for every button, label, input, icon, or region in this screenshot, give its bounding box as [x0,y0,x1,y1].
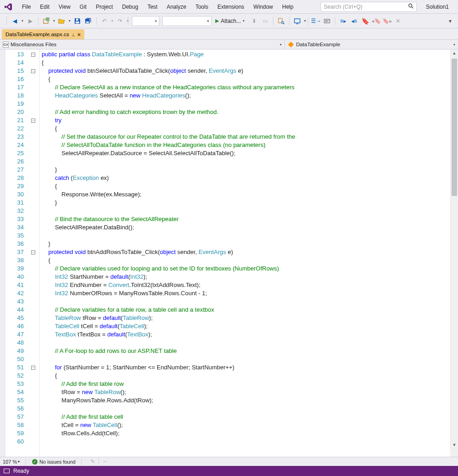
solution-name[interactable]: Solution1 [420,1,454,13]
code-line[interactable]: TableCell tCell = default(TableCell); [42,322,450,330]
menu-window[interactable]: Window [249,1,278,13]
menu-tools[interactable]: Tools [191,1,213,13]
scroll-down-icon[interactable]: ▼ [451,441,458,449]
undo-button[interactable]: ↶▾ [99,16,109,26]
code-line[interactable] [42,355,450,363]
code-line[interactable]: Int32 EndNumber = Convert.ToInt32(txtAdd… [42,281,450,289]
tool-icon[interactable]: ↔ [103,459,108,465]
scroll-up-icon[interactable]: ▲ [451,49,458,57]
code-line[interactable]: { [42,59,450,67]
menu-git[interactable]: Git [75,1,91,13]
code-line[interactable]: Int32 StartNumber = default(Int32); [42,273,450,281]
document-tab-active[interactable]: DataTableExample.aspx.cs ⟂ × [2,29,84,39]
code-line[interactable]: Int32 NumberOfRows = ManyRowsTable.Rows.… [42,289,450,298]
fold-toggle[interactable]: − [31,366,35,370]
code-area[interactable]: public partial class DataTableExample : … [39,49,450,457]
code-line[interactable]: { [42,124,450,133]
save-button[interactable] [72,16,82,26]
menu-project[interactable]: Project [91,1,117,13]
nav-forward-button[interactable]: ▶ [25,16,35,26]
code-line[interactable]: try [42,116,450,124]
code-line[interactable] [42,339,450,347]
menu-debug[interactable]: Debug [118,1,143,13]
split-box[interactable] [450,449,458,457]
code-line[interactable]: SelectAllRepeater.DataBind(); [42,223,450,232]
code-line[interactable]: public partial class DataTableExample : … [42,50,450,59]
nav-class-dropdown[interactable]: 🔶 DataTableExample ▾ [285,40,458,49]
scroll-thumb[interactable] [452,59,457,196]
fold-toggle[interactable]: − [31,53,35,57]
code-line[interactable]: // SelectAllToDataTable function in the … [42,141,450,149]
save-all-button[interactable] [83,16,93,26]
code-line[interactable]: // Add error handling to catch exception… [42,108,450,116]
code-line[interactable]: HeadCategories SelectAll = new HeadCateg… [42,92,450,100]
code-line[interactable]: ManyRowsTable.Rows.Add(tRow); [42,396,450,405]
output-icon[interactable] [4,469,10,473]
clear-bookmarks-button[interactable]: ✕ [393,16,403,26]
redo-button[interactable]: ↷▾ [115,16,125,26]
code-line[interactable] [42,207,450,215]
nav-backward-button[interactable]: ◀▾ [10,16,20,26]
find-in-files-button[interactable] [276,16,286,26]
code-line[interactable] [42,405,450,413]
toolbar-options-button[interactable]: ▾ [445,16,455,26]
code-line[interactable]: tCell = new TableCell(); [42,421,450,429]
solution-config-combo[interactable]: ▾ [132,16,159,26]
comment-out-button[interactable]: ≡▸ [338,16,348,26]
code-line[interactable]: TextBox tTextBox = default(TextBox); [42,330,450,339]
code-line[interactable]: Response.Write(ex.Message); [42,190,450,199]
fold-strip[interactable]: −−−−− [30,49,39,457]
code-line[interactable]: { [42,256,450,265]
code-line[interactable]: // Declare variables for a table row, a … [42,306,450,314]
code-line[interactable]: { [42,372,450,380]
code-line[interactable] [42,100,450,108]
pin-icon[interactable]: ⟂ [72,32,75,37]
menu-extensions[interactable]: Extensions [213,1,249,13]
code-line[interactable] [42,232,450,240]
code-line[interactable]: // Add the first table cell [42,413,450,421]
code-line[interactable]: protected void btnSelectAllToDataTable_C… [42,67,450,75]
bookmark-button[interactable]: 🔖 [360,16,370,26]
code-line[interactable]: // Declare SelectAll as a new instance o… [42,83,450,92]
close-icon[interactable]: × [77,31,81,38]
tool-icon[interactable]: ✎ [91,459,95,465]
fold-toggle[interactable]: − [31,119,35,123]
step-button[interactable]: ⬇ [249,16,259,26]
code-line[interactable]: { [42,182,450,190]
code-line[interactable]: tRow.Cells.Add(tCell); [42,429,450,438]
code-line[interactable]: } [42,199,450,207]
code-line[interactable] [42,157,450,166]
prev-bookmark-button[interactable]: ◂🔖 [371,16,381,26]
code-line[interactable]: SelectAllRepeater.DataSource = SelectAll… [42,149,450,157]
attach-debugger-button[interactable]: ▶ Attach... ▾ [213,16,248,26]
global-search-input[interactable]: Search (Ctrl+Q) [321,2,417,12]
code-line[interactable]: // Declare variables used for looping an… [42,265,450,273]
zoom-combo[interactable]: 107 % ▾ [3,459,20,465]
code-line[interactable]: catch (Exception ex) [42,174,450,182]
menu-test[interactable]: Test [143,1,162,13]
code-line[interactable]: protected void btnAddRowsToTable_Click(o… [42,248,450,256]
menu-view[interactable]: View [54,1,75,13]
code-line[interactable]: // Add the first table row [42,380,450,388]
code-line[interactable]: } [42,166,450,174]
parameter-info-button[interactable] [322,16,332,26]
live-share-button[interactable]: ▾ [292,16,302,26]
open-file-button[interactable]: ▾ [57,16,67,26]
vertical-scrollbar[interactable]: ▲ ▼ [450,49,458,457]
show-member-list-button[interactable]: ☰→ [311,16,321,26]
frame-button[interactable]: ▭ [260,16,270,26]
code-line[interactable]: // Bind the datasource to the SelectAllR… [42,215,450,223]
next-bookmark-button[interactable]: 🔖▸ [382,16,392,26]
code-line[interactable]: { [42,75,450,83]
code-line[interactable] [42,298,450,306]
menu-file[interactable]: File [17,1,35,13]
code-editor[interactable]: 1314151617181920212223242526272829303132… [0,49,458,457]
code-line[interactable]: // A For-loop to add rows to our ASP.NET… [42,347,450,355]
issues-indicator[interactable]: ✓ No issues found [32,459,76,465]
fold-toggle[interactable]: − [31,69,35,73]
fold-toggle[interactable]: − [31,250,35,254]
code-line[interactable] [42,438,450,446]
code-line[interactable]: for (StartNumber = 1; StartNumber <= End… [42,363,450,372]
code-line[interactable]: } [42,240,450,248]
menu-analyze[interactable]: Analyze [162,1,191,13]
